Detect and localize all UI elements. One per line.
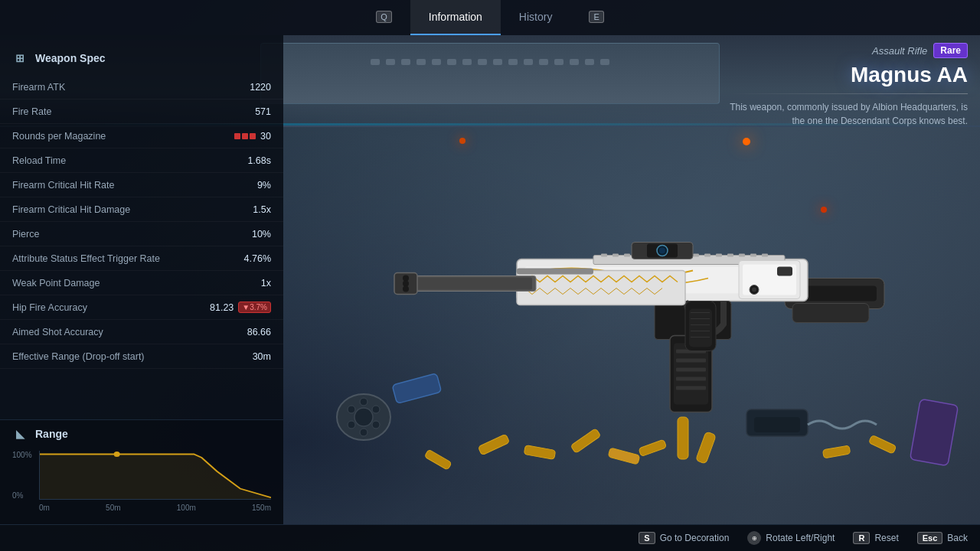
svg-point-46 bbox=[403, 285, 409, 292]
stat-value-reload: 1.68s bbox=[247, 155, 271, 166]
stat-row-pierce: Pierce 10% bbox=[0, 222, 283, 246]
stat-row-firearm-atk: Firearm ATK 1220 bbox=[0, 75, 283, 99]
controller-stick-icon: ⊕ bbox=[747, 531, 761, 545]
svg-rect-72 bbox=[910, 399, 958, 465]
svg-rect-16 bbox=[716, 253, 722, 256]
stat-label-attr-status: Attribute Status Effect Trigger Rate bbox=[12, 253, 160, 264]
svg-rect-8 bbox=[624, 253, 630, 256]
stat-row-fire-rate: Fire Rate 571 bbox=[0, 99, 283, 124]
svg-point-59 bbox=[348, 421, 355, 429]
range-icon: ◣ bbox=[12, 426, 28, 442]
stat-row-rounds: Rounds per Magazine 30 bbox=[0, 124, 283, 148]
chart-content bbox=[39, 451, 271, 500]
svg-rect-67 bbox=[639, 439, 667, 456]
stat-label-crit-dmg: Firearm Critical Hit Damage bbox=[12, 204, 130, 215]
svg-rect-15 bbox=[704, 253, 710, 256]
x-label-50m: 50m bbox=[106, 504, 120, 512]
action-rotate: ⊕ Rotate Left/Right bbox=[747, 531, 835, 545]
range-chart: 100% 0% 0m 50m 100m 150m bbox=[0, 448, 283, 524]
action-back-label: Back bbox=[947, 533, 968, 543]
svg-point-56 bbox=[372, 406, 380, 413]
stat-value-fire-rate: 571 bbox=[255, 106, 271, 117]
y-label-0: 0% bbox=[12, 491, 39, 500]
svg-rect-2 bbox=[792, 303, 869, 322]
stat-row-crit-rate: Firearm Critical Hit Rate 9% bbox=[0, 173, 283, 197]
stat-row-weak-point: Weak Point Damage 1x bbox=[0, 271, 283, 295]
chart-area: 100% 0% 0m 50m 100m 150m bbox=[12, 451, 271, 512]
stat-row-reload: Reload Time 1.68s bbox=[0, 148, 283, 173]
x-label-100m: 100m bbox=[177, 504, 196, 512]
svg-rect-65 bbox=[608, 448, 640, 465]
svg-rect-66 bbox=[424, 449, 452, 470]
weapon-spec-title: Weapon Spec bbox=[35, 52, 106, 64]
weapon-type-label: Assault Rifle bbox=[872, 45, 927, 57]
tab-prev[interactable]: Q bbox=[358, 0, 410, 35]
tab-next[interactable]: E bbox=[570, 0, 622, 35]
stat-label-weak-point: Weak Point Damage bbox=[12, 278, 100, 289]
tab-information-label: Information bbox=[429, 11, 482, 23]
stat-label-aimed-shot: Aimed Shot Accuracy bbox=[12, 327, 103, 337]
y-label-100: 100% bbox=[12, 451, 39, 459]
stat-label-crit-rate: Firearm Critical Hit Rate bbox=[12, 180, 114, 191]
svg-point-57 bbox=[372, 421, 380, 429]
key-r-badge: R bbox=[853, 532, 870, 544]
action-back: Esc Back bbox=[917, 532, 968, 544]
floor-props bbox=[283, 341, 980, 478]
svg-rect-6 bbox=[601, 253, 607, 256]
stat-row-attr-status: Attribute Status Effect Trigger Rate 4.7… bbox=[0, 246, 283, 271]
svg-rect-69 bbox=[696, 432, 717, 464]
stat-label-eff-range: Effective Range (Drop-off start) bbox=[12, 351, 145, 362]
range-section: ◣ Range 100% 0% 0m 50m 100 bbox=[0, 419, 283, 524]
stat-value-eff-range: 30m bbox=[253, 351, 271, 362]
svg-rect-61 bbox=[392, 373, 441, 404]
svg-rect-50 bbox=[777, 266, 792, 276]
range-title: Range bbox=[35, 428, 68, 440]
action-reset-label: Reset bbox=[874, 533, 898, 543]
svg-point-58 bbox=[360, 429, 368, 436]
stat-label-firearm-atk: Firearm ATK bbox=[12, 82, 65, 93]
tab-information[interactable]: Information bbox=[410, 0, 501, 35]
stat-label-fire-rate: Fire Rate bbox=[12, 106, 51, 117]
svg-point-55 bbox=[360, 398, 368, 406]
svg-point-24 bbox=[659, 247, 665, 253]
svg-rect-73 bbox=[822, 445, 850, 458]
chart-x-labels: 0m 50m 100m 150m bbox=[39, 504, 271, 512]
stat-row-crit-dmg: Firearm Critical Hit Damage 1.5x bbox=[0, 197, 283, 222]
tab-history[interactable]: History bbox=[501, 0, 571, 35]
stat-value-aimed-shot: 86.66 bbox=[247, 327, 271, 337]
stat-value-firearm-atk: 1220 bbox=[250, 82, 271, 93]
right-info: Assault Rifle Rare Magnus AA This weapon… bbox=[730, 43, 968, 128]
stat-value-attr-status: 4.76% bbox=[244, 253, 271, 264]
svg-rect-64 bbox=[570, 429, 601, 454]
svg-point-44 bbox=[403, 275, 409, 281]
rarity-badge: Rare bbox=[933, 43, 968, 58]
x-label-150m: 150m bbox=[252, 504, 271, 512]
stat-label-pierce: Pierce bbox=[12, 229, 39, 240]
svg-marker-76 bbox=[40, 455, 271, 500]
key-q: Q bbox=[376, 11, 392, 23]
stat-label-hip-fire: Hip Fire Accuracy bbox=[12, 302, 87, 313]
stat-value-crit-dmg: 1.5x bbox=[253, 204, 271, 215]
range-header: ◣ Range bbox=[0, 419, 283, 448]
weapon-description: This weapon, commonly issued by Albion H… bbox=[730, 100, 968, 128]
chart-svg bbox=[40, 451, 271, 499]
stat-label-reload: Reload Time bbox=[12, 155, 66, 166]
key-s-badge: S bbox=[639, 532, 655, 544]
svg-rect-19 bbox=[750, 253, 756, 256]
weapon-spec-header: ⊞ Weapon Spec bbox=[0, 44, 283, 75]
svg-rect-42 bbox=[410, 277, 532, 289]
svg-point-45 bbox=[403, 280, 409, 286]
top-nav: Q Information History E bbox=[0, 0, 980, 35]
hip-fire-change-badge: ▼3.7% bbox=[238, 302, 271, 313]
stat-value-crit-rate: 9% bbox=[257, 180, 271, 191]
stat-value-pierce: 10% bbox=[252, 229, 271, 240]
action-decoration-label: Go to Decoration bbox=[660, 533, 730, 543]
action-rotate-label: Rotate Left/Right bbox=[766, 533, 835, 543]
stat-row-hip-fire: Hip Fire Accuracy 81.23 ▼3.7% bbox=[0, 295, 283, 320]
svg-point-54 bbox=[354, 408, 373, 426]
rounds-bar bbox=[234, 133, 256, 139]
svg-rect-68 bbox=[678, 417, 688, 459]
key-esc-badge: Esc bbox=[917, 532, 943, 544]
weapon-spec-icon: ⊞ bbox=[12, 51, 28, 66]
svg-rect-74 bbox=[868, 435, 896, 454]
